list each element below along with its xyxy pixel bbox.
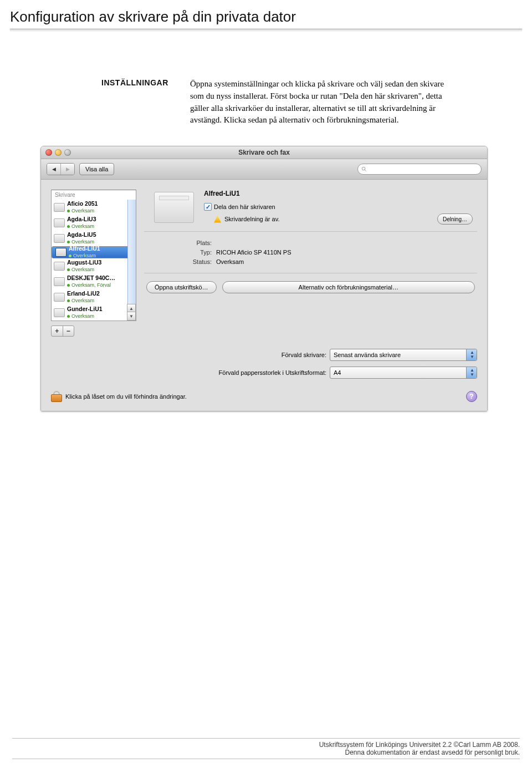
paper-size-value: A4 (334, 369, 341, 376)
help-button[interactable]: ? (466, 391, 477, 402)
printer-status: Overksam, Förval (71, 282, 111, 289)
printer-icon (54, 262, 65, 271)
label-status: Status: (166, 258, 216, 265)
printer-icon (54, 277, 65, 286)
printer-status: Overksam (71, 297, 94, 304)
share-printer-checkbox[interactable]: ✓ Dela den här skrivaren (204, 203, 473, 211)
printer-icon (54, 293, 65, 302)
printer-status: Overksam (71, 223, 94, 230)
printer-name: DESKJET 940C… (67, 274, 115, 282)
default-printer-select[interactable]: Senast använda skrivare ▲▼ (330, 349, 477, 361)
value-typ: RICOH Aficio SP 4110N PS (216, 249, 472, 256)
printer-illustration (154, 192, 194, 223)
options-supplies-button[interactable]: Alternativ och förbrukningsmaterial… (222, 281, 475, 293)
printer-row[interactable]: Gunder-LiU1Overksam (52, 305, 136, 321)
printer-row[interactable]: Agda-LiU3Overksam (52, 215, 136, 231)
printer-name: Alfred-LiU1 (69, 245, 100, 252)
select-stepper-icon: ▲▼ (470, 368, 474, 377)
section-heading: INSTÄLLNINGAR (101, 78, 190, 126)
status-dot-icon (67, 315, 70, 318)
svg-point-0 (362, 167, 365, 170)
status-dot-icon (67, 210, 70, 212)
add-remove-group: + − (51, 325, 74, 337)
status-dot-icon (67, 225, 70, 228)
back-forward-group[interactable]: ◀ ▶ (47, 163, 75, 175)
printer-name: Aficio 2051 (67, 200, 98, 207)
printer-icon (54, 203, 65, 212)
printer-row[interactable]: Erland-LiU2Overksam (52, 289, 136, 305)
printer-row[interactable]: Alfred-LiU1Overksam (52, 246, 136, 258)
paper-size-select[interactable]: A4 ▲▼ (330, 367, 477, 379)
printer-name: Agda-LiU3 (67, 216, 96, 223)
default-printer-value: Senast använda skrivare (334, 352, 401, 358)
sharing-button[interactable]: Delning… (437, 213, 473, 225)
lock-text: Klicka på låset om du vill förhindra änd… (65, 393, 187, 400)
status-dot-icon (69, 255, 71, 257)
selected-printer-name: Alfred-LiU1 (204, 190, 473, 197)
remove-printer-button[interactable]: − (63, 326, 74, 336)
page-footer: Utskriftssystem för Linköpings Universit… (12, 738, 520, 759)
forward-icon: ▶ (60, 164, 74, 175)
instruction-text: Öppna systeminställningar och klicka på … (190, 78, 453, 126)
printer-row[interactable]: Aficio 2051Overksam (52, 200, 136, 215)
printer-row[interactable]: Agda-LiU5Overksam (52, 231, 136, 246)
printer-icon (54, 308, 65, 317)
search-input[interactable] (357, 164, 482, 175)
show-all-button[interactable]: Visa alla (79, 163, 114, 175)
window-title: Skrivare och fax (41, 149, 487, 156)
search-icon (361, 166, 367, 172)
footer-line-2: Denna dokumentation är endast avsedd för… (12, 749, 520, 756)
printer-icon (54, 218, 65, 227)
printer-status: Overksam (71, 266, 94, 273)
footer-line-1: Utskriftssystem för Linköpings Universit… (12, 741, 520, 749)
printer-name: August-LiU3 (67, 259, 101, 266)
printer-icon (54, 234, 65, 243)
share-printer-label: Dela den här skrivaren (214, 204, 275, 210)
toolbar: ◀ ▶ Visa alla (41, 159, 487, 180)
printer-status: Overksam (73, 252, 96, 260)
printer-list[interactable]: Aficio 2051OverksamAgda-LiU3OverksamAgda… (52, 200, 136, 321)
status-dot-icon (67, 241, 70, 243)
printer-status: Overksam (71, 313, 94, 320)
page-title: Konfiguration av skrivare på din privata… (10, 8, 522, 29)
titlebar: Skrivare och fax (41, 146, 487, 159)
printer-row[interactable]: DESKJET 940C…Overksam, Förval (52, 274, 136, 289)
scrollbar[interactable] (127, 200, 136, 321)
back-icon[interactable]: ◀ (47, 164, 60, 175)
scroll-down-icon[interactable]: ▼ (127, 312, 136, 321)
printer-name: Gunder-LiU1 (67, 306, 103, 313)
check-icon: ✓ (204, 203, 212, 211)
open-queue-button[interactable]: Öppna utskriftskö… (146, 281, 217, 293)
warning-icon (214, 216, 221, 223)
value-status: Overksam (216, 258, 472, 265)
printer-row[interactable]: August-LiU3Overksam (52, 258, 136, 274)
default-printer-label: Förvald skrivare: (282, 352, 326, 358)
add-printer-button[interactable]: + (52, 326, 63, 336)
select-stepper-icon: ▲▼ (470, 350, 474, 359)
share-off-text: Skrivardelning är av. (224, 216, 279, 222)
paper-size-label: Förvald pappersstorlek i Utskriftsformat… (219, 369, 326, 376)
printer-name: Erland-LiU2 (67, 290, 100, 297)
lock-icon[interactable] (51, 391, 61, 402)
printer-status: Overksam (71, 207, 94, 215)
label-typ: Typ: (166, 249, 216, 256)
value-plats (216, 240, 472, 246)
divider (10, 30, 522, 31)
prefs-window: Skrivare och fax ◀ ▶ Visa alla Skrivare … (40, 146, 488, 411)
label-plats: Plats: (166, 240, 216, 246)
status-dot-icon (67, 299, 70, 302)
status-dot-icon (67, 284, 70, 287)
printer-icon (55, 248, 66, 257)
status-dot-icon (67, 268, 70, 271)
printer-name: Agda-LiU5 (67, 231, 96, 238)
sidebar-header: Skrivare (52, 190, 136, 200)
svg-line-1 (365, 170, 366, 171)
